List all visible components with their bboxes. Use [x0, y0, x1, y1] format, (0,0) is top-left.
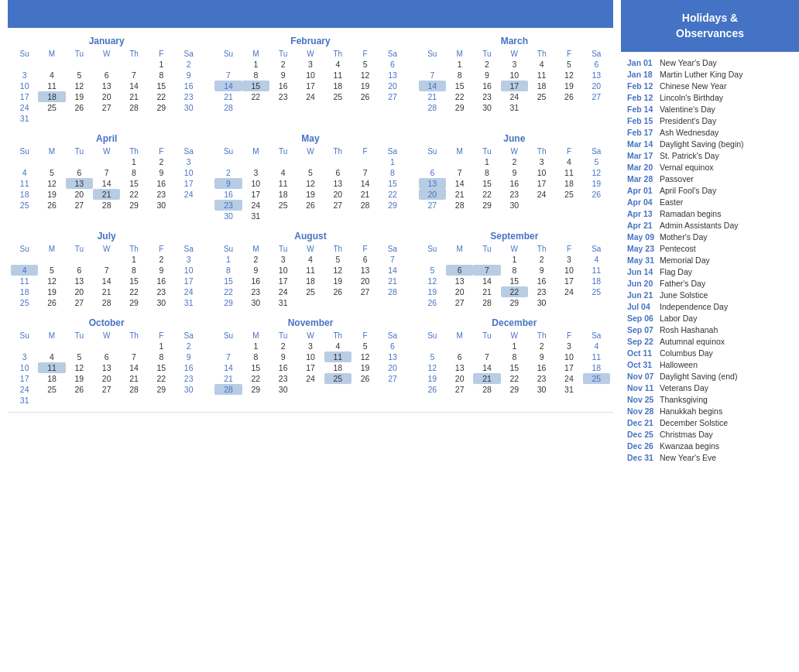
calendar-day: 13 [583, 70, 610, 81]
calendar-day [583, 297, 610, 308]
month-block-september: SeptemberSuMTuWThFSa12345678910111213141… [419, 231, 610, 308]
calendar-day [11, 156, 38, 167]
holiday-name: St. Patrick's Day [660, 151, 719, 160]
calendar-day: 9 [528, 265, 555, 276]
month-table: SuMTuWThFSa12345678910111213141516171819… [419, 331, 610, 395]
calendar-day: 7 [379, 254, 406, 265]
calendar-day: 20 [583, 81, 610, 91]
month-title: October [11, 317, 202, 328]
calendar-day: 28 [93, 297, 120, 308]
calendar-day: 26 [38, 200, 65, 211]
calendar-day: 11 [297, 265, 324, 276]
calendar-day: 8 [148, 70, 175, 81]
weekday-header: W [297, 146, 324, 156]
calendar-day: 10 [555, 265, 582, 276]
calendar-day: 4 [269, 167, 297, 178]
calendar-day: 16 [148, 178, 175, 189]
calendar-day: 16 [473, 81, 500, 91]
calendar-day: 2 [175, 341, 202, 351]
calendar-day: 22 [148, 91, 175, 102]
weekday-header: Sa [175, 244, 202, 254]
calendar-day: 16 [269, 81, 297, 91]
calendar-day: 25 [38, 102, 65, 113]
calendar-day: 26 [583, 189, 610, 200]
calendar-day: 14 [446, 178, 473, 189]
holiday-name: Columbus Day [660, 348, 713, 358]
calendar-day: 22 [120, 189, 147, 200]
holiday-item: Jun 20Father's Day [627, 277, 793, 289]
calendar-day [66, 341, 93, 351]
holiday-name: Labor Day [660, 314, 697, 323]
calendar-day: 6 [419, 167, 446, 178]
calendar-day: 19 [66, 373, 93, 384]
month-block-april: AprilSuMTuWThFSa123456789101112131415161… [11, 133, 202, 221]
calendar-day: 26 [555, 91, 582, 102]
calendar-day: 6 [446, 265, 473, 276]
calendar-day: 9 [148, 167, 175, 178]
month-block-may: MaySuMTuWThFSa12345678910111213141516171… [214, 133, 406, 221]
calendar-day: 15 [242, 81, 269, 91]
calendar-day: 13 [379, 351, 406, 362]
calendar-day: 23 [528, 286, 555, 297]
calendar-day: 19 [324, 276, 351, 286]
calendar-day: 1 [446, 59, 473, 70]
calendar-day: 14 [351, 178, 379, 189]
calendar-day: 12 [38, 178, 65, 189]
weekday-header: F [148, 331, 175, 341]
calendar-day: 13 [93, 362, 120, 373]
calendar-day: 10 [269, 265, 297, 276]
month-table: SuMTuWThFSa12345678910111213141516171819… [11, 244, 202, 308]
calendar-day: 5 [351, 341, 379, 351]
month-block-december: DecemberSuMTuWThFSa123456789101112131415… [419, 317, 610, 406]
calendar-day: 29 [446, 102, 473, 113]
calendar-day: 19 [583, 178, 610, 189]
calendar-day: 29 [120, 200, 147, 211]
holiday-date: Dec 25 [627, 430, 660, 439]
month-block-january: JanuarySuMTuWThFSa1234567891011121314151… [11, 36, 202, 124]
holiday-item: May 31Memorial Day [627, 254, 793, 266]
calendar-day: 22 [120, 286, 147, 297]
calendar-day: 18 [269, 189, 297, 200]
calendar-day: 20 [66, 286, 93, 297]
calendar-day: 17 [555, 276, 582, 286]
holiday-item: Mar 14Daylight Saving (begin) [627, 138, 793, 149]
calendar-day: 1 [379, 156, 406, 167]
weekday-header: Sa [175, 146, 202, 156]
holiday-date: Oct 31 [627, 360, 660, 369]
calendar-day: 8 [242, 351, 269, 362]
weekday-header: Su [11, 244, 38, 254]
holiday-date: Jun 20 [627, 279, 660, 288]
calendar-day [324, 297, 351, 308]
calendar-day [297, 211, 324, 221]
calendar-day: 27 [446, 384, 473, 395]
calendar-day [528, 102, 555, 113]
calendar-day: 23 [214, 200, 242, 211]
calendar-day: 17 [297, 81, 324, 91]
calendar-day: 27 [419, 200, 446, 211]
weekday-header: Tu [269, 146, 297, 156]
calendar-day [38, 341, 65, 351]
holiday-item: Dec 26Kwanzaa begins [627, 440, 793, 451]
calendar-day: 13 [419, 178, 446, 189]
calendar-day [473, 341, 500, 351]
calendar-day [583, 200, 610, 211]
calendar-day: 17 [175, 178, 202, 189]
holiday-item: Apr 04Easter [627, 196, 793, 207]
calendar-day: 3 [555, 341, 582, 351]
weekday-header: Tu [473, 331, 500, 341]
calendar-day: 9 [473, 70, 500, 81]
calendar-day: 24 [555, 373, 582, 384]
holiday-item: Feb 17Ash Wednesday [627, 126, 793, 138]
calendar-day: 15 [446, 81, 473, 91]
weekday-header: Th [528, 146, 555, 156]
holiday-name: Admin Assistants Day [660, 221, 739, 230]
holiday-name: New Year's Eve [660, 453, 716, 462]
calendar-day [120, 341, 147, 351]
calendar-day: 25 [555, 189, 582, 200]
holiday-name: Thanksgiving [660, 395, 708, 404]
calendar-day: 15 [148, 362, 175, 373]
holiday-date: Dec 31 [627, 453, 660, 462]
weekday-header: Th [324, 146, 351, 156]
holiday-name: Easter [660, 197, 683, 207]
calendar-day [473, 254, 500, 265]
